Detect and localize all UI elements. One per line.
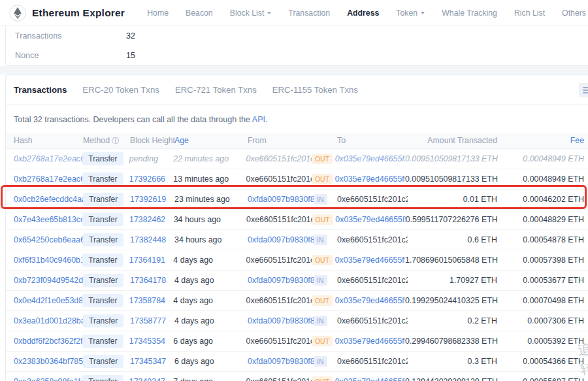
to-address[interactable]: 0x035e79ed46655f5... xyxy=(335,256,405,265)
more-options-button[interactable] xyxy=(579,83,588,97)
overview-value: 15 xyxy=(126,51,135,60)
nav-item-rich-list[interactable]: Rich List xyxy=(514,8,545,18)
method-badge: Transfer xyxy=(82,375,123,381)
tx-age: 4 days ago xyxy=(173,256,246,265)
from-address[interactable]: 0xfda0097b9830f85d... xyxy=(248,357,314,366)
tx-fee: 0.0007306 ETH xyxy=(497,316,584,325)
direction-badge: OUT xyxy=(312,214,333,225)
method-badge: Transfer xyxy=(82,213,123,226)
nav-item-whale-tracking[interactable]: Whale Tracking xyxy=(442,8,497,18)
tx-hash-link[interactable]: 0xbddf6f2bcf362f2f8... xyxy=(14,337,82,346)
block-height-link[interactable]: 17364178 xyxy=(130,276,166,285)
tx-hash-link[interactable]: 0xf6f31b40c9460b19... xyxy=(14,256,82,265)
tx-hash-link[interactable]: 0x0cb26efecddc4aae... xyxy=(14,195,83,204)
tab-bar: TransactionsERC-20 Token TxnsERC-721 Tok… xyxy=(6,75,588,105)
block-height-link[interactable]: 17345347 xyxy=(130,357,166,366)
to-address[interactable]: 0x035e79ed46655f55... xyxy=(335,154,405,163)
amount-transacted: 1.70927 ETH xyxy=(408,276,497,285)
nav-item-others[interactable]: Others xyxy=(562,8,586,18)
nav-item-home[interactable]: Home xyxy=(147,8,169,18)
more-options-icon xyxy=(583,87,588,88)
to-address: 0xe6605151fc201c2a... xyxy=(337,276,408,285)
transaction-row: 0xe3e6258c08fa1f4e... Transfer 17340347 … xyxy=(6,372,588,381)
block-height-link[interactable]: 17358777 xyxy=(130,316,166,325)
nav-item-transaction[interactable]: Transaction xyxy=(288,8,330,18)
amount-transacted: 0.01 ETH xyxy=(408,195,497,204)
from-address: 0xe6605151fc201c2a... xyxy=(246,174,312,184)
to-address[interactable]: 0x035e79ed46655f5... xyxy=(335,215,405,224)
transactions-summary: Total 32 transactions. Developers can ca… xyxy=(6,105,588,124)
direction-badge: IN xyxy=(314,316,327,326)
main-nav: HomeBeaconBlock ListTransactionAddressTo… xyxy=(147,8,588,18)
amount-transacted: 0.139443029309129 ETH xyxy=(405,377,498,381)
tab-erc20[interactable]: ERC-20 Token Txns xyxy=(82,85,159,95)
from-address[interactable]: 0xfda0097b9830f85d... xyxy=(248,276,314,285)
block-height-link[interactable]: 17382462 xyxy=(129,215,165,224)
tx-hash-link[interactable]: 0x2383b0364bf7858... xyxy=(14,357,83,366)
transactions-card: TransactionsERC-20 Token TxnsERC-721 Tok… xyxy=(5,75,588,381)
nav-item-token[interactable]: Token xyxy=(396,8,425,18)
from-address[interactable]: 0xfda0097b9830f85d... xyxy=(248,195,314,204)
tx-fee: 0.00048829 ETH xyxy=(498,215,584,224)
block-height-link[interactable]: 17358784 xyxy=(129,296,165,305)
to-address: 0xe6605151fc201c2a... xyxy=(337,195,408,204)
tx-hash-link[interactable]: 0xb723f094d9542d8... xyxy=(14,276,83,285)
tx-age: 7 days ago xyxy=(173,377,246,381)
tx-fee: 0.00048949 ETH xyxy=(498,174,584,184)
to-address[interactable]: 0x035e79ed46655f5... xyxy=(335,296,405,305)
method-badge: Transfer xyxy=(82,254,123,267)
overview-row: Transactions 32 xyxy=(6,26,588,46)
tab-transactions[interactable]: Transactions xyxy=(14,85,67,95)
tx-age: 13 minutes ago xyxy=(173,174,246,184)
block-height-link[interactable]: 17345354 xyxy=(129,337,165,346)
block-height-link[interactable]: 17382448 xyxy=(130,235,166,244)
to-address[interactable]: 0x035e79ed46655f5... xyxy=(335,377,405,381)
tx-fee: 0.0005392 ETH xyxy=(498,337,584,346)
nav-item-beacon[interactable]: Beacon xyxy=(186,8,213,18)
transaction-row: 0xb2768a17e2eac6bc... Transfer pending 2… xyxy=(6,149,588,169)
tx-hash-link[interactable]: 0xe3e6258c08fa1f4e... xyxy=(14,377,82,381)
tx-hash-link[interactable]: 0x3ea01d001d28bab... xyxy=(14,316,83,325)
transaction-row: 0x3ea01d001d28bab... Transfer 17358777 4… xyxy=(6,311,588,331)
tx-hash-link[interactable]: 0x0e4d2f1e0e53d851... xyxy=(14,296,82,305)
from-address: 0xe6605151fc201c2a... xyxy=(246,154,312,163)
tx-age: 4 days ago xyxy=(174,276,248,285)
transaction-row: 0xbddf6f2bcf362f2f8... Transfer 17345354… xyxy=(6,331,588,352)
block-height-link[interactable]: 17364191 xyxy=(129,256,165,265)
nav-item-block-list[interactable]: Block List xyxy=(230,8,272,18)
to-address[interactable]: 0x035e79ed46655f5... xyxy=(335,174,405,184)
nav-item-address[interactable]: Address xyxy=(347,8,379,18)
direction-badge: OUT xyxy=(312,255,333,265)
col-header-to: To xyxy=(337,136,408,145)
app-title: Ethereum Explorer xyxy=(32,7,125,19)
tx-age: 23 minutes ago xyxy=(174,195,248,204)
tx-hash-link[interactable]: 0xb2768a17e2eac6b... xyxy=(14,174,82,184)
block-height-link[interactable]: 17392619 xyxy=(130,195,166,204)
table-header-row: Hash Methodⓘ Block Height Age From To Am… xyxy=(6,133,588,149)
to-address[interactable]: 0x035e79ed46655f5... xyxy=(335,337,405,346)
tx-age: 34 hours ago xyxy=(174,235,248,244)
tab-erc1155[interactable]: ERC-1155 Token Txns xyxy=(272,85,358,95)
amount-transacted: 0.6 ETH xyxy=(408,235,497,244)
overview-value: 32 xyxy=(126,31,135,41)
block-height-link[interactable]: 17392666 xyxy=(129,174,165,184)
col-header-fee[interactable]: Fee xyxy=(497,136,584,145)
tx-age: 4 days ago xyxy=(174,316,248,325)
transaction-row: 0x7e43ee65b813cc2... Transfer 17382462 3… xyxy=(6,210,588,230)
from-address[interactable]: 0xfda0097b9830f85d... xyxy=(248,235,314,244)
tx-age: 4 days ago xyxy=(173,296,246,305)
from-address[interactable]: 0xfda0097b9830f85d... xyxy=(248,316,314,325)
tx-hash-link[interactable]: 0xb2768a17e2eac6bc... xyxy=(14,154,82,163)
amount-transacted: 0.199295024410325 ETH xyxy=(405,296,498,305)
col-header-amount: Amount Transacted xyxy=(408,136,497,145)
block-height-link: pending xyxy=(129,154,158,163)
tx-hash-link[interactable]: 0x7e43ee65b813cc2... xyxy=(14,215,82,224)
col-header-age[interactable]: Age xyxy=(174,136,248,145)
tab-erc721[interactable]: ERC-721 Token Txns xyxy=(175,85,257,95)
amount-transacted: 0.299460798682338 ETH xyxy=(405,337,498,346)
api-link[interactable]: API xyxy=(252,115,265,124)
from-address: 0xe6605151fc201c2a... xyxy=(246,296,312,305)
block-height-link[interactable]: 17340347 xyxy=(129,377,165,381)
method-info-icon[interactable]: ⓘ xyxy=(112,137,120,144)
tx-hash-link[interactable]: 0x654250ceb6eaa65... xyxy=(14,235,83,244)
